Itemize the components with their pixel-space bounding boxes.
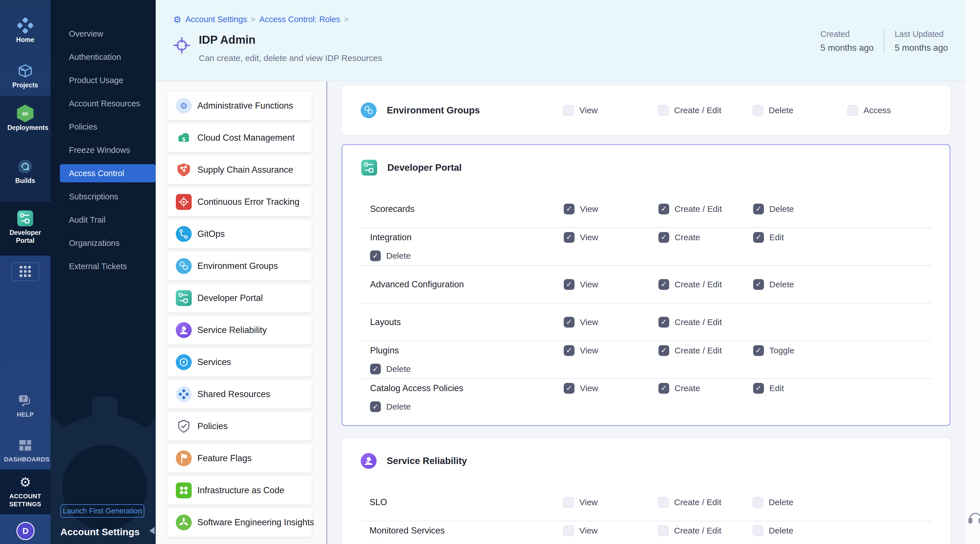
resource-category-card[interactable]: Continuous Error Tracking: [167, 188, 312, 216]
permission-checkbox[interactable]: [370, 250, 381, 261]
resource-category-card[interactable]: Service Reliability: [167, 316, 312, 345]
rail-item[interactable]: Home: [0, 16, 51, 44]
permission-checkbox[interactable]: [753, 232, 764, 243]
permission-option[interactable]: View: [563, 525, 658, 536]
rail-item[interactable]: ⚙ ACCOUNT SETTINGS: [0, 473, 51, 508]
permission-checkbox[interactable]: [564, 204, 574, 215]
permission-checkbox[interactable]: [370, 364, 381, 374]
sidebar-item[interactable]: Overview: [51, 22, 156, 45]
launch-first-generation-button[interactable]: Launch First Generation: [60, 504, 144, 518]
permission-option[interactable]: Create / Edit: [658, 497, 752, 508]
permission-option[interactable]: Delete: [752, 105, 847, 116]
rail-item[interactable]: Projects: [0, 62, 51, 89]
permission-option[interactable]: Create: [659, 383, 753, 394]
breadcrumb-access-control-roles[interactable]: Access Control: Roles: [259, 15, 340, 24]
rail-item[interactable]: ∞ Deployments: [0, 104, 51, 132]
permission-checkbox[interactable]: [658, 105, 669, 116]
sidebar-item[interactable]: Organizations: [51, 231, 156, 255]
resource-category-card[interactable]: Infrastructure as Code: [167, 476, 312, 505]
rail-item[interactable]: Builds: [0, 157, 51, 185]
sidebar-item[interactable]: External Tickets: [51, 255, 156, 278]
resource-category-card[interactable]: ⚙ Administrative Functions: [167, 91, 312, 120]
permission-checkbox[interactable]: [658, 497, 669, 508]
permission-option[interactable]: View: [564, 345, 659, 356]
permission-option[interactable]: Delete: [370, 250, 564, 261]
sidebar-item[interactable]: Access Control: [60, 164, 156, 182]
resource-category-card[interactable]: Developer Portal: [167, 284, 312, 313]
sidebar-item[interactable]: Audit Trail: [51, 208, 156, 231]
permission-option[interactable]: Create / Edit: [659, 317, 753, 328]
permission-checkbox[interactable]: [753, 204, 764, 215]
permission-option[interactable]: Create: [659, 232, 753, 243]
permission-option[interactable]: Delete: [753, 204, 848, 215]
sidebar-item[interactable]: Product Usage: [51, 68, 156, 92]
permission-option[interactable]: Delete: [752, 497, 847, 508]
permission-checkbox[interactable]: [658, 525, 669, 536]
permission-option[interactable]: Toggle: [753, 345, 848, 356]
permission-checkbox[interactable]: [659, 345, 669, 356]
permission-option[interactable]: Delete: [370, 401, 564, 412]
permission-option[interactable]: View: [564, 232, 659, 243]
sidebar-item[interactable]: Freeze Windows: [51, 138, 156, 162]
permission-checkbox[interactable]: [564, 279, 574, 290]
permission-checkbox[interactable]: [564, 232, 574, 243]
permission-option[interactable]: Delete: [752, 525, 847, 536]
permission-option[interactable]: Create / Edit: [659, 345, 753, 356]
user-avatar[interactable]: D: [16, 522, 35, 540]
permission-checkbox[interactable]: [370, 401, 381, 412]
permission-checkbox[interactable]: [659, 204, 669, 215]
permission-option[interactable]: Delete: [370, 364, 564, 374]
permission-checkbox[interactable]: [564, 383, 574, 394]
permission-checkbox[interactable]: [563, 497, 574, 508]
permission-option[interactable]: Create / Edit: [658, 525, 752, 536]
permission-option[interactable]: View: [563, 497, 658, 508]
resource-category-card[interactable]: GitOps: [167, 220, 312, 248]
permission-option[interactable]: View: [563, 105, 658, 116]
breadcrumb-account-settings[interactable]: Account Settings: [185, 15, 247, 24]
sidebar-item[interactable]: Subscriptions: [51, 185, 156, 208]
permission-checkbox[interactable]: [753, 383, 764, 394]
permission-checkbox[interactable]: [847, 105, 858, 116]
permission-checkbox[interactable]: [752, 105, 764, 116]
permission-checkbox[interactable]: [659, 383, 669, 394]
sidebar-item[interactable]: Policies: [51, 115, 156, 138]
sidebar-collapse-arrow[interactable]: [150, 527, 154, 534]
permission-checkbox[interactable]: [752, 525, 764, 536]
rail-item[interactable]: DASHBOARDS: [0, 436, 51, 463]
permission-option[interactable]: View: [564, 204, 659, 215]
permission-checkbox[interactable]: [564, 317, 574, 328]
permission-option[interactable]: View: [564, 279, 659, 290]
sidebar-item[interactable]: Authentication: [51, 45, 156, 68]
permission-option[interactable]: Create / Edit: [659, 279, 753, 290]
sidebar-item[interactable]: Account Resources: [51, 92, 156, 115]
permission-checkbox[interactable]: [753, 345, 764, 356]
resource-category-card[interactable]: Services: [167, 348, 312, 377]
rail-item[interactable]: Developer Portal: [0, 209, 51, 245]
support-headset-icon[interactable]: [967, 510, 980, 527]
rail-item[interactable]: ? HELP: [0, 391, 51, 418]
permission-checkbox[interactable]: [563, 525, 574, 536]
permission-checkbox[interactable]: [752, 497, 764, 508]
resource-category-card[interactable]: Supply Chain Assurance: [167, 156, 312, 185]
resource-category-card[interactable]: Environment Groups: [167, 251, 312, 280]
permission-option[interactable]: Edit: [753, 232, 848, 243]
permission-option[interactable]: Delete: [753, 279, 848, 290]
permission-checkbox[interactable]: [659, 232, 669, 243]
permission-option[interactable]: Edit: [753, 383, 848, 394]
permission-checkbox[interactable]: [659, 279, 669, 290]
resource-category-card[interactable]: $ Cloud Cost Management: [167, 123, 312, 152]
resource-category-card[interactable]: Shared Resources: [167, 380, 312, 409]
module-picker-button[interactable]: [11, 262, 39, 281]
resource-category-card[interactable]: Feature Flags: [167, 444, 312, 473]
permission-checkbox[interactable]: [563, 105, 574, 116]
permission-option[interactable]: Create / Edit: [658, 105, 752, 116]
permission-checkbox[interactable]: [659, 317, 669, 328]
resource-category-card[interactable]: Policies: [167, 412, 312, 441]
permission-option[interactable]: View: [564, 383, 659, 394]
permission-option[interactable]: View: [564, 317, 659, 328]
permission-option[interactable]: Access: [847, 105, 950, 116]
permission-checkbox[interactable]: [564, 345, 574, 356]
permission-checkbox[interactable]: [753, 279, 764, 290]
resource-category-card[interactable]: Software Engineering Insights: [167, 508, 312, 537]
permission-option[interactable]: Create / Edit: [659, 204, 753, 215]
